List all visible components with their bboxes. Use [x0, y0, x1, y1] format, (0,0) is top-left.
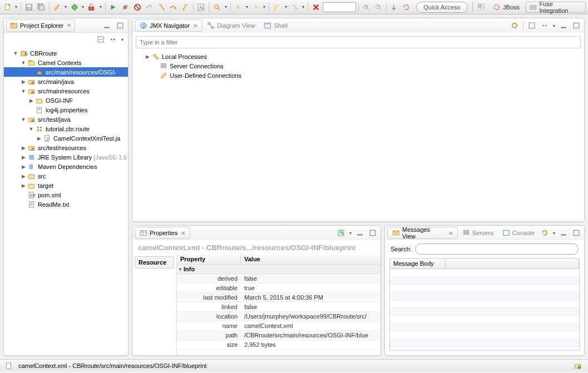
fwd-history-icon[interactable]: [289, 2, 300, 13]
tree-src[interactable]: ▶src: [4, 171, 128, 181]
zoom-out-icon[interactable]: −: [373, 2, 384, 13]
col-message-body[interactable]: Message Body: [390, 258, 446, 268]
step-return-icon[interactable]: [180, 2, 191, 13]
new-button[interactable]: [2, 2, 13, 13]
tab-jmx-navigator[interactable]: JJMX Navigator✕: [135, 19, 202, 32]
jmx-filter-input[interactable]: [136, 36, 581, 48]
tab-shell[interactable]: Shell: [259, 19, 291, 32]
link-editor-icon[interactable]: [108, 34, 118, 44]
property-row[interactable]: namecamelContext.xml: [177, 321, 381, 331]
open-type-icon[interactable]: N: [196, 2, 207, 13]
debug-button[interactable]: [69, 2, 80, 13]
tree-tutorial-pkg[interactable]: ▼tutorial.cbr.route: [4, 124, 128, 133]
perspective-fuse[interactable]: Fuse Integration: [526, 2, 586, 13]
debug-dd[interactable]: [81, 4, 85, 9]
step-over-icon[interactable]: [167, 2, 179, 13]
tree-readme[interactable]: ReadMe.txt: [4, 200, 128, 209]
property-row[interactable]: derivedfalse: [177, 274, 381, 284]
property-row[interactable]: linkedfalse: [177, 302, 381, 312]
run-button[interactable]: [108, 2, 119, 13]
jmx-server-conn[interactable]: Server Connections: [136, 61, 581, 71]
save-all-button[interactable]: [36, 2, 47, 13]
open-perspective-icon[interactable]: +: [476, 2, 487, 13]
stop-button[interactable]: [132, 2, 143, 13]
refresh-icon[interactable]: [539, 227, 550, 238]
close-icon[interactable]: ✕: [193, 23, 197, 29]
jmx-tree[interactable]: ▶Local Processes Server Connections User…: [132, 51, 584, 221]
minimize-icon[interactable]: [558, 227, 569, 238]
properties-side-resource[interactable]: Resource: [135, 256, 174, 268]
minimize-icon[interactable]: [354, 227, 365, 238]
tab-messages-view[interactable]: Messages View✕: [387, 227, 458, 239]
tree-camel-contexts[interactable]: ▼Camel Contexts: [4, 58, 128, 67]
tab-diagram-view[interactable]: Diagram View: [202, 19, 259, 32]
maximize-icon[interactable]: [571, 227, 582, 238]
link-icon[interactable]: [539, 20, 550, 31]
tree-log4j[interactable]: log4j.properties: [4, 105, 128, 115]
project-explorer-tab[interactable]: Project Explorer ✕: [6, 19, 75, 32]
paint-dd[interactable]: [63, 4, 68, 9]
maximize-icon[interactable]: [571, 20, 582, 31]
property-row[interactable]: path/CBRroute/src/main/resources/OSGI-IN…: [177, 331, 381, 340]
maximize-icon[interactable]: [367, 227, 378, 238]
refresh-icon[interactable]: [401, 2, 412, 13]
col-value[interactable]: Value: [241, 254, 264, 264]
tree-pom[interactable]: xmlpom.xml: [4, 190, 128, 200]
view-menu-icon[interactable]: [348, 231, 353, 236]
view-menu-icon[interactable]: [120, 37, 125, 42]
messages-search-input[interactable]: [415, 243, 579, 255]
collapse-all-icon[interactable]: [96, 34, 106, 44]
tab-console[interactable]: Console: [498, 227, 539, 239]
paint-icon[interactable]: [51, 2, 62, 13]
back-history-icon[interactable]: [271, 2, 283, 13]
view-menu-icon[interactable]: [552, 231, 556, 236]
tree-src-main-java[interactable]: ▶src/main/java: [4, 77, 128, 86]
search-icon[interactable]: [211, 2, 223, 13]
disconnect-icon[interactable]: [144, 2, 155, 13]
pin-icon[interactable]: [389, 2, 400, 13]
tree-src-main-res[interactable]: ▼src/main/resources: [4, 86, 128, 96]
new-dropdown[interactable]: [14, 4, 19, 9]
maximize-icon[interactable]: [115, 20, 126, 31]
jmx-local-processes[interactable]: ▶Local Processes: [136, 52, 581, 61]
tab-properties[interactable]: Properties✕: [135, 227, 190, 239]
group-info[interactable]: Info: [177, 265, 381, 274]
tree-project-root[interactable]: ▼MCBRroute: [4, 48, 128, 58]
zoom-in-icon[interactable]: +: [361, 2, 372, 13]
fh-dd[interactable]: [301, 4, 305, 9]
skip-breakpoints-icon[interactable]: [120, 2, 131, 13]
toolbar-input[interactable]: [323, 2, 356, 12]
ext-dd[interactable]: [98, 4, 103, 9]
ext-tools-icon[interactable]: [86, 2, 97, 13]
refresh-icon[interactable]: [509, 20, 520, 31]
tree-src-test-res[interactable]: ▶src/test/resources: [4, 143, 128, 152]
property-row[interactable]: size2,952 bytes: [177, 340, 381, 350]
status-gear-icon[interactable]: [572, 360, 584, 371]
tree-selected-context[interactable]: src/main/resources/OSGI-: [4, 67, 128, 77]
tree-target[interactable]: ▶target: [4, 181, 128, 190]
fwd-nav-icon[interactable]: [250, 2, 261, 13]
delete-icon[interactable]: [310, 2, 322, 13]
back-nav-icon[interactable]: [233, 2, 244, 13]
view-menu-icon[interactable]: [552, 23, 556, 28]
bh-dd[interactable]: [284, 4, 288, 9]
fwd-dd[interactable]: [262, 4, 266, 9]
col-property[interactable]: Property: [177, 254, 241, 264]
tree-maven-dep[interactable]: ▶Maven Dependencies: [4, 162, 128, 171]
property-row[interactable]: editabletrue: [177, 284, 381, 293]
perspective-jboss[interactable]: JBoss: [489, 2, 523, 13]
tab-servers[interactable]: Servers: [458, 227, 498, 239]
property-row[interactable]: last modifiedMarch 5, 2015 at 4:00:36 PM: [177, 293, 381, 302]
tree-jre[interactable]: ▶JRE System Library [JavaSE-1.6: [4, 152, 128, 162]
search-dd[interactable]: [224, 4, 228, 9]
tree-java-file[interactable]: ▶JCamelContextXmlTest.ja: [4, 133, 128, 143]
step-into-icon[interactable]: [156, 2, 167, 13]
jmx-user-conn[interactable]: User-Defined Connections: [136, 71, 581, 80]
show-adv-icon[interactable]: ✎: [335, 227, 347, 238]
back-dd[interactable]: [245, 4, 249, 9]
property-row[interactable]: location/Users/jmurphey/workspace99/CBRr…: [177, 312, 381, 321]
save-button[interactable]: [23, 2, 34, 13]
tree-osgi-inf[interactable]: ▶OSGI-INF: [4, 96, 128, 105]
minimize-icon[interactable]: [558, 20, 569, 31]
close-icon[interactable]: ✕: [181, 230, 185, 236]
